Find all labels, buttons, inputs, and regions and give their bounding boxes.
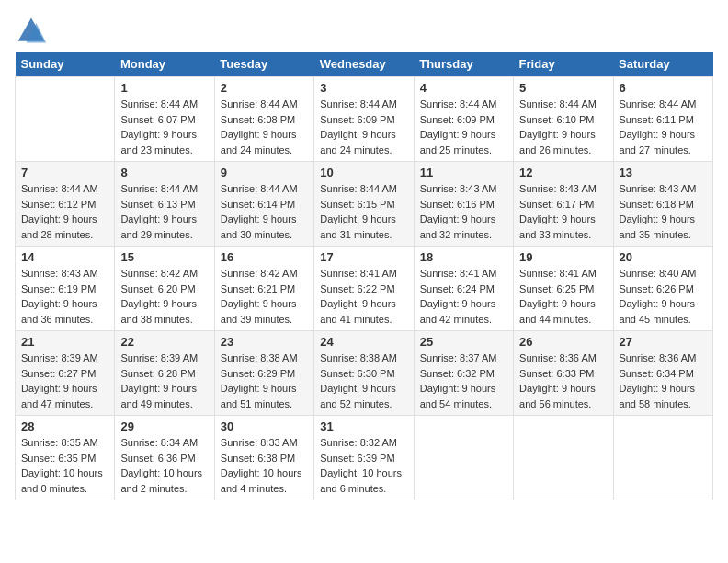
day-info: Sunrise: 8:42 AMSunset: 6:20 PMDaylight:…: [120, 266, 208, 327]
calendar-cell: 27Sunrise: 8:36 AMSunset: 6:34 PMDayligh…: [613, 331, 712, 416]
day-number: 15: [120, 250, 208, 264]
week-row-4: 21Sunrise: 8:39 AMSunset: 6:27 PMDayligh…: [16, 331, 713, 416]
calendar-cell: [613, 416, 712, 500]
day-number: 27: [620, 335, 707, 349]
day-number: 17: [320, 250, 407, 264]
week-row-1: 1Sunrise: 8:44 AMSunset: 6:07 PMDaylight…: [16, 77, 713, 162]
calendar-cell: 8Sunrise: 8:44 AMSunset: 6:13 PMDaylight…: [115, 162, 214, 247]
day-number: 29: [120, 419, 208, 433]
day-info: Sunrise: 8:38 AMSunset: 6:29 PMDaylight:…: [221, 350, 308, 411]
day-header-thursday: Thursday: [414, 52, 513, 77]
day-info: Sunrise: 8:44 AMSunset: 6:13 PMDaylight:…: [120, 181, 208, 242]
day-number: 16: [221, 250, 308, 264]
calendar-cell: 14Sunrise: 8:43 AMSunset: 6:19 PMDayligh…: [16, 247, 115, 331]
day-number: 22: [120, 335, 208, 349]
day-header-saturday: Saturday: [613, 52, 712, 77]
calendar-cell: 18Sunrise: 8:41 AMSunset: 6:24 PMDayligh…: [414, 247, 513, 331]
calendar-cell: 19Sunrise: 8:41 AMSunset: 6:25 PMDayligh…: [514, 247, 613, 331]
day-number: 11: [420, 166, 507, 179]
calendar-cell: 23Sunrise: 8:38 AMSunset: 6:29 PMDayligh…: [214, 331, 313, 416]
day-number: 2: [221, 81, 308, 95]
logo: [15, 15, 51, 48]
day-info: Sunrise: 8:44 AMSunset: 6:12 PMDaylight:…: [21, 181, 108, 242]
day-number: 26: [519, 335, 607, 349]
calendar-cell: 17Sunrise: 8:41 AMSunset: 6:22 PMDayligh…: [314, 247, 414, 331]
calendar-cell: 22Sunrise: 8:39 AMSunset: 6:28 PMDayligh…: [115, 331, 214, 416]
calendar-cell: 24Sunrise: 8:38 AMSunset: 6:30 PMDayligh…: [314, 331, 414, 416]
calendar-cell: 9Sunrise: 8:44 AMSunset: 6:14 PMDaylight…: [214, 162, 313, 247]
day-info: Sunrise: 8:44 AMSunset: 6:15 PMDaylight:…: [320, 181, 407, 242]
page-header: [15, 15, 713, 48]
day-header-wednesday: Wednesday: [314, 52, 414, 77]
day-info: Sunrise: 8:44 AMSunset: 6:14 PMDaylight:…: [221, 181, 308, 242]
calendar-cell: 28Sunrise: 8:35 AMSunset: 6:35 PMDayligh…: [16, 416, 115, 500]
calendar-cell: 11Sunrise: 8:43 AMSunset: 6:16 PMDayligh…: [414, 162, 513, 247]
day-number: 31: [320, 419, 407, 433]
day-header-sunday: Sunday: [16, 52, 115, 77]
day-number: 24: [320, 335, 407, 349]
day-info: Sunrise: 8:41 AMSunset: 6:22 PMDaylight:…: [320, 266, 407, 327]
day-info: Sunrise: 8:36 AMSunset: 6:34 PMDaylight:…: [620, 350, 707, 411]
calendar-cell: 20Sunrise: 8:40 AMSunset: 6:26 PMDayligh…: [613, 247, 712, 331]
day-number: 21: [21, 335, 108, 349]
day-info: Sunrise: 8:38 AMSunset: 6:30 PMDaylight:…: [320, 350, 407, 411]
day-number: 9: [221, 166, 308, 179]
day-number: 4: [420, 81, 507, 95]
day-number: 20: [620, 250, 707, 264]
calendar-cell: 2Sunrise: 8:44 AMSunset: 6:08 PMDaylight…: [214, 77, 313, 162]
day-number: 1: [120, 81, 208, 95]
day-info: Sunrise: 8:37 AMSunset: 6:32 PMDaylight:…: [420, 350, 507, 411]
day-info: Sunrise: 8:33 AMSunset: 6:38 PMDaylight:…: [221, 435, 308, 496]
day-header-monday: Monday: [115, 52, 214, 77]
day-header-friday: Friday: [514, 52, 613, 77]
logo-icon: [15, 15, 48, 48]
day-number: 25: [420, 335, 507, 349]
week-row-5: 28Sunrise: 8:35 AMSunset: 6:35 PMDayligh…: [16, 416, 713, 500]
day-number: 23: [221, 335, 308, 349]
day-info: Sunrise: 8:34 AMSunset: 6:36 PMDaylight:…: [120, 435, 208, 496]
day-info: Sunrise: 8:36 AMSunset: 6:33 PMDaylight:…: [519, 350, 607, 411]
day-number: 13: [620, 166, 707, 179]
calendar-cell: 29Sunrise: 8:34 AMSunset: 6:36 PMDayligh…: [115, 416, 214, 500]
calendar-cell: 13Sunrise: 8:43 AMSunset: 6:18 PMDayligh…: [613, 162, 712, 247]
day-number: 8: [120, 166, 208, 179]
day-number: 6: [620, 81, 707, 95]
day-info: Sunrise: 8:35 AMSunset: 6:35 PMDaylight:…: [21, 435, 108, 496]
day-number: 28: [21, 419, 108, 433]
calendar-cell: 30Sunrise: 8:33 AMSunset: 6:38 PMDayligh…: [214, 416, 313, 500]
day-info: Sunrise: 8:39 AMSunset: 6:27 PMDaylight:…: [21, 350, 108, 411]
day-info: Sunrise: 8:43 AMSunset: 6:16 PMDaylight:…: [420, 181, 507, 242]
day-info: Sunrise: 8:44 AMSunset: 6:07 PMDaylight:…: [120, 97, 208, 157]
week-row-3: 14Sunrise: 8:43 AMSunset: 6:19 PMDayligh…: [16, 247, 713, 331]
calendar-cell: 26Sunrise: 8:36 AMSunset: 6:33 PMDayligh…: [514, 331, 613, 416]
calendar-table: SundayMondayTuesdayWednesdayThursdayFrid…: [15, 52, 713, 500]
day-info: Sunrise: 8:44 AMSunset: 6:09 PMDaylight:…: [320, 97, 407, 157]
calendar-cell: [514, 416, 613, 500]
week-row-2: 7Sunrise: 8:44 AMSunset: 6:12 PMDaylight…: [16, 162, 713, 247]
day-number: 10: [320, 166, 407, 179]
calendar-cell: 31Sunrise: 8:32 AMSunset: 6:39 PMDayligh…: [314, 416, 414, 500]
calendar-cell: 16Sunrise: 8:42 AMSunset: 6:21 PMDayligh…: [214, 247, 313, 331]
day-number: 5: [519, 81, 607, 95]
calendar-cell: 1Sunrise: 8:44 AMSunset: 6:07 PMDaylight…: [115, 77, 214, 162]
day-info: Sunrise: 8:44 AMSunset: 6:10 PMDaylight:…: [519, 97, 607, 157]
day-info: Sunrise: 8:43 AMSunset: 6:19 PMDaylight:…: [21, 266, 108, 327]
calendar-cell: 12Sunrise: 8:43 AMSunset: 6:17 PMDayligh…: [514, 162, 613, 247]
day-info: Sunrise: 8:44 AMSunset: 6:09 PMDaylight:…: [420, 97, 507, 157]
calendar-cell: [414, 416, 513, 500]
day-info: Sunrise: 8:40 AMSunset: 6:26 PMDaylight:…: [620, 266, 707, 327]
day-info: Sunrise: 8:42 AMSunset: 6:21 PMDaylight:…: [221, 266, 308, 327]
calendar-cell: 5Sunrise: 8:44 AMSunset: 6:10 PMDaylight…: [514, 77, 613, 162]
calendar-cell: 10Sunrise: 8:44 AMSunset: 6:15 PMDayligh…: [314, 162, 414, 247]
calendar-cell: 7Sunrise: 8:44 AMSunset: 6:12 PMDaylight…: [16, 162, 115, 247]
day-number: 7: [21, 166, 108, 179]
day-number: 3: [320, 81, 407, 95]
day-info: Sunrise: 8:41 AMSunset: 6:25 PMDaylight:…: [519, 266, 607, 327]
day-info: Sunrise: 8:41 AMSunset: 6:24 PMDaylight:…: [420, 266, 507, 327]
day-info: Sunrise: 8:32 AMSunset: 6:39 PMDaylight:…: [320, 435, 407, 496]
header-row: SundayMondayTuesdayWednesdayThursdayFrid…: [16, 52, 713, 77]
calendar-cell: 25Sunrise: 8:37 AMSunset: 6:32 PMDayligh…: [414, 331, 513, 416]
day-info: Sunrise: 8:43 AMSunset: 6:18 PMDaylight:…: [620, 181, 707, 242]
day-info: Sunrise: 8:44 AMSunset: 6:08 PMDaylight:…: [221, 97, 308, 157]
day-number: 12: [519, 166, 607, 179]
